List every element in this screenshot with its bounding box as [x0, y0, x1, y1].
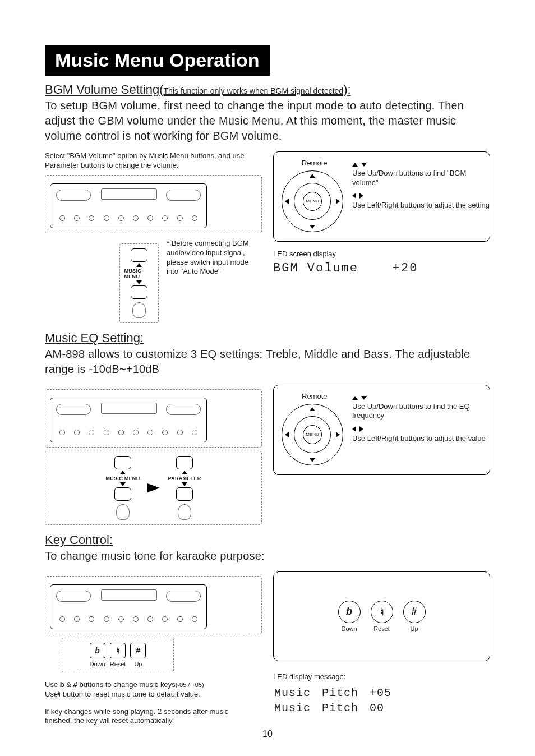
- key-note-line2: Use♮ button to reset music tone to defau…: [45, 690, 262, 699]
- key-led-caption: LED display message:: [273, 672, 490, 682]
- triangle-up-icon: [352, 396, 358, 400]
- key-note-line1: Use b & # buttons to change music keys(-…: [45, 680, 262, 690]
- eq-remote-hint-leftright: Use Left/Right buttons to adjust the val…: [352, 434, 490, 443]
- key-note-para2: If key changes while song playing. 2 sec…: [45, 707, 241, 726]
- dpad-left-icon: [285, 432, 289, 437]
- key-up-button: #: [130, 643, 146, 658]
- bgm-footnote: * Before connecting BGM audio/video inpu…: [167, 239, 262, 277]
- key-body-text: To change music tone for karaoke purpose…: [45, 548, 490, 564]
- device-front-panel-illustration: [50, 183, 207, 228]
- key-down-label: Down: [341, 625, 357, 632]
- key-up-label: Up: [410, 625, 418, 632]
- key-reset-button: ♮: [110, 643, 126, 658]
- bgm-heading-colon: :: [347, 82, 350, 96]
- key-up-button: #: [403, 601, 426, 623]
- dpad-down-icon: [310, 458, 315, 462]
- triangle-down-icon: [120, 482, 126, 486]
- key-led-table: Music Pitch +05 Music Pitch 00: [273, 685, 403, 717]
- music-menu-label: MUSIC MENU: [105, 476, 140, 481]
- parameter-button-illustration: PARAMETER: [168, 456, 201, 520]
- flat-symbol-icon: b: [346, 606, 352, 617]
- arrow-right-icon: [147, 483, 160, 492]
- flat-symbol-icon: b: [95, 646, 100, 655]
- key-reset-button: ♮: [371, 601, 393, 623]
- triangle-up-icon: [182, 471, 187, 474]
- dpad-right-icon: [336, 432, 340, 437]
- dpad-left-icon: [285, 199, 289, 204]
- bgm-remote-hint-updown: Use Up/Down buttons to find "BGM volume": [352, 169, 490, 187]
- triangle-right-icon: [359, 193, 363, 199]
- triangle-up-icon: [136, 263, 142, 267]
- hand-pointer-icon: [132, 302, 146, 318]
- eq-heading: Music EQ Setting:: [45, 331, 490, 345]
- bgm-heading-main: BGM Volume Setting: [45, 82, 159, 96]
- remote-dpad-illustration: MENU: [282, 170, 343, 232]
- key-heading: Key Control:: [45, 533, 490, 547]
- eq-body-text: AM-898 allows to customize 3 EQ settings…: [45, 347, 490, 377]
- bgm-left-caption: Select "BGM Volume" option by Music Menu…: [45, 151, 262, 170]
- music-menu-button-illustration: MUSIC MENU: [105, 456, 140, 520]
- bgm-led-value: +20: [393, 261, 418, 275]
- device-front-panel-illustration: [50, 398, 207, 442]
- bgm-remote-panel: Remote MENU Use Up/Down buttons to find …: [273, 151, 490, 242]
- triangle-down-icon: [182, 482, 187, 486]
- triangle-down-icon: [136, 280, 142, 284]
- dpad-right-icon: [336, 199, 340, 204]
- remote-menu-button: MENU: [303, 192, 322, 211]
- triangle-up-icon: [352, 163, 358, 167]
- table-row: Music Pitch +05: [274, 686, 402, 700]
- parameter-label: PARAMETER: [168, 476, 201, 481]
- bgm-heading-note: This function only works when BGM signal…: [164, 86, 344, 95]
- bgm-heading: BGM Volume Setting(This function only wo…: [45, 82, 490, 97]
- natural-symbol-icon: ♮: [380, 606, 384, 618]
- remote-dpad-illustration: MENU: [282, 404, 343, 465]
- dpad-up-icon: [310, 407, 315, 411]
- dpad-up-icon: [310, 174, 315, 178]
- bgm-led-caption: LED screen display: [273, 250, 490, 259]
- hand-pointer-icon: [178, 504, 191, 520]
- eq-remote-hint-updown: Use Up/Down buttons to find the EQ frequ…: [352, 402, 490, 421]
- natural-symbol-icon: ♮: [117, 646, 119, 655]
- triangle-up-icon: [120, 471, 126, 474]
- key-remote-panel: b Down ♮ Reset # Up: [273, 571, 490, 661]
- eq-remote-panel: Remote MENU Use Up/Down buttons to find …: [273, 385, 490, 475]
- dpad-down-icon: [310, 225, 315, 229]
- hand-pointer-icon: [116, 504, 130, 520]
- sharp-symbol-icon: #: [411, 606, 417, 617]
- triangle-down-icon: [361, 396, 367, 400]
- triangle-left-icon: [352, 426, 356, 432]
- page-title: Music Menu Operation: [45, 45, 270, 76]
- key-up-label: Up: [134, 661, 142, 667]
- key-down-label: Down: [90, 661, 105, 667]
- triangle-down-icon: [361, 163, 367, 167]
- bgm-body-text: To setup BGM volume, first need to chang…: [45, 98, 490, 144]
- key-down-button: b: [90, 643, 105, 658]
- key-control-buttons-illustration: b Down ♮ Reset # Up: [67, 643, 169, 667]
- triangle-left-icon: [352, 193, 356, 199]
- key-down-button: b: [338, 601, 361, 623]
- music-menu-button-illustration: MUSIC MENU: [124, 248, 154, 318]
- music-menu-label: MUSIC MENU: [124, 268, 154, 279]
- bgm-remote-hint-leftright: Use Left/Right buttons to adjust the set…: [352, 201, 490, 210]
- sharp-symbol-icon: #: [136, 646, 141, 655]
- page-number: 10: [0, 729, 535, 739]
- bgm-led-label: BGM Volume: [273, 261, 358, 275]
- table-row: Music Pitch 00: [274, 702, 402, 716]
- key-reset-label: Reset: [110, 661, 126, 667]
- triangle-right-icon: [359, 426, 363, 432]
- remote-menu-button: MENU: [303, 425, 322, 444]
- device-front-panel-illustration: [50, 584, 207, 629]
- key-reset-label: Reset: [373, 625, 390, 632]
